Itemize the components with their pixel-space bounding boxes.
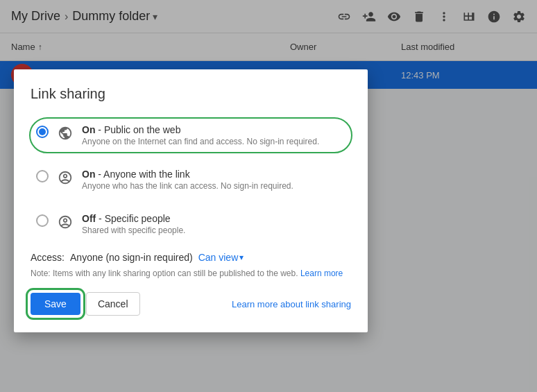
option-specific-content: Off - Specific people Shared with specif… [82, 213, 346, 235]
option-specific-desc: Shared with specific people. [82, 225, 346, 235]
save-button[interactable]: Save [31, 293, 80, 315]
radio-specific[interactable] [36, 214, 49, 227]
dialog-actions: Save Cancel Learn more about link sharin… [31, 292, 351, 316]
globe-icon [57, 125, 74, 142]
access-chevron-icon: ▾ [239, 253, 244, 262]
option-public-desc: Anyone on the Internet can find and acce… [82, 137, 346, 146]
access-permission-dropdown[interactable]: Can view ▾ [198, 252, 244, 263]
access-label: Access: [31, 252, 65, 263]
option-link-content: On - Anyone with the link Anyone who has… [82, 169, 346, 191]
option-specific[interactable]: Off - Specific people Shared with specif… [31, 207, 351, 241]
option-link-desc: Anyone who has the link can access. No s… [82, 181, 346, 191]
radio-public[interactable] [36, 126, 49, 138]
radio-link[interactable] [36, 170, 49, 182]
option-public-content: On - Public on the web Anyone on the Int… [82, 124, 346, 146]
learn-more-sharing-link[interactable]: Learn more about link sharing [232, 299, 351, 309]
option-link-title: On - Anyone with the link [82, 169, 346, 180]
access-permission-label: Can view [198, 252, 239, 263]
option-public[interactable]: On - Public on the web Anyone on the Int… [31, 119, 351, 152]
link-sharing-dialog: Link sharing On - Public on the web Anyo… [14, 69, 368, 332]
access-line: Access: Anyone (no sign-in required) Can… [31, 252, 351, 263]
option-public-title: On - Public on the web [82, 124, 346, 135]
learn-more-note-link[interactable]: Learn more [300, 269, 343, 278]
person-link-icon [57, 169, 74, 186]
note: Note: Items with any link sharing option… [31, 269, 351, 278]
dialog-title: Link sharing [31, 86, 351, 102]
access-value: Anyone (no sign-in required) [70, 252, 193, 263]
cancel-button[interactable]: Cancel [86, 292, 140, 316]
overlay: Link sharing On - Public on the web Anyo… [0, 0, 537, 392]
option-specific-title: Off - Specific people [82, 213, 346, 224]
person-off-icon [57, 214, 74, 230]
option-link[interactable]: On - Anyone with the link Anyone who has… [31, 163, 351, 196]
